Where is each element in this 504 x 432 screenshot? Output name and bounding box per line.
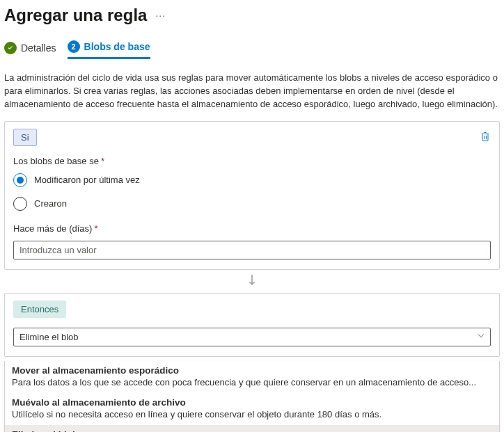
then-chip: Entonces (13, 301, 66, 318)
action-select[interactable]: Elimine el blob (13, 328, 491, 346)
radio-icon (13, 197, 27, 211)
option-delete-blob[interactable]: Elimine el blob Elimina el objeto según … (5, 425, 499, 432)
step-number-icon: 2 (68, 40, 80, 53)
tab-details-label: Detalles (21, 42, 56, 54)
tab-details[interactable]: Detalles (4, 42, 56, 58)
option-title: Muévalo al almacenamiento de archivo (12, 397, 492, 408)
step-tabs: Detalles 2 Blobs de base (4, 40, 500, 59)
tab-base-blobs-label: Blobs de base (84, 41, 150, 52)
base-blobs-radio-group: Modificaron por última vez Crearon (13, 173, 491, 211)
base-blobs-label: Los blobs de base se* (13, 156, 491, 166)
option-move-archive[interactable]: Muévalo al almacenamiento de archivo Uti… (5, 393, 499, 425)
svg-rect-0 (482, 134, 488, 141)
option-move-cool[interactable]: Mover al almacenamiento esporádico Para … (5, 361, 499, 393)
days-input[interactable] (13, 241, 491, 259)
page-title: Agregar una regla (4, 6, 147, 25)
tab-base-blobs[interactable]: 2 Blobs de base (68, 40, 150, 59)
option-subtitle: Para los datos a los que se accede con p… (12, 377, 492, 387)
option-title: Mover al almacenamiento esporádico (12, 365, 492, 376)
if-chip: Si (13, 129, 37, 146)
action-dropdown: Mover al almacenamiento esporádico Para … (4, 361, 500, 432)
more-icon[interactable]: ··· (155, 10, 166, 21)
radio-icon (13, 173, 27, 187)
radio-last-modified-label: Modificaron por última vez (34, 175, 140, 185)
check-circle-icon (4, 42, 17, 54)
radio-last-modified[interactable]: Modificaron por última vez (13, 173, 491, 187)
radio-created[interactable]: Crearon (13, 197, 491, 211)
days-label: Hace más de (días)* (13, 223, 491, 234)
delete-icon[interactable] (480, 131, 491, 144)
description-text: La administración del ciclo de vida usa … (4, 72, 500, 111)
option-title: Elimine el blob (12, 429, 492, 432)
option-subtitle: Utilícelo si no necesita acceso en línea… (12, 409, 492, 419)
if-condition-card: Si Los blobs de base se* Modificaron por… (4, 121, 500, 270)
radio-created-label: Crearon (34, 198, 67, 209)
arrow-down-icon (4, 274, 500, 290)
then-action-card: Entonces Elimine el blob (4, 293, 500, 357)
action-select-value: Elimine el blob (19, 332, 79, 342)
